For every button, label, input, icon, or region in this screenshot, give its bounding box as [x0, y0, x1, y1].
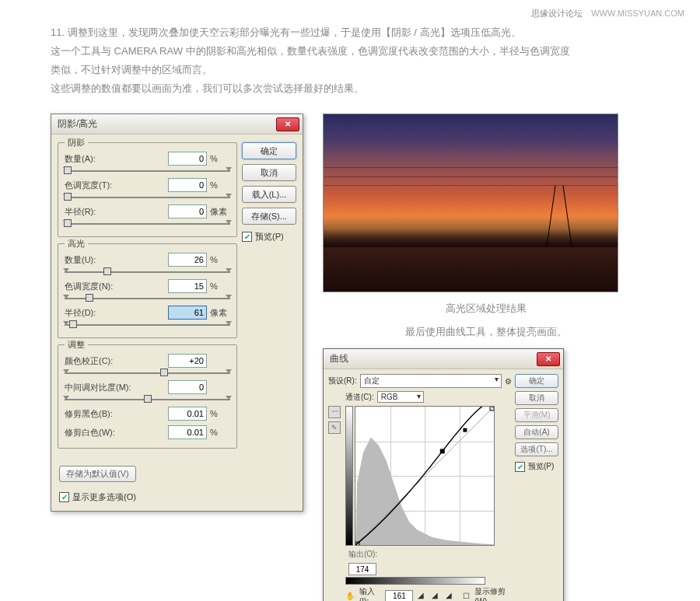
dialog-titlebar[interactable]: 阴影/高光 ✕: [51, 114, 303, 135]
watermark-en: WWW.MISSYUAN.COM: [591, 9, 684, 18]
hl-radius-slider[interactable]: [65, 322, 230, 328]
color-correct-label: 颜色校正(C):: [65, 355, 165, 367]
result-image: [323, 114, 618, 292]
save-defaults-button[interactable]: 存储为默认值(V): [59, 466, 136, 482]
close-icon[interactable]: ✕: [276, 117, 299, 131]
clip-black-label: 修剪黑色(B):: [65, 408, 165, 420]
shadow-tonal-label: 色调宽度(T):: [65, 180, 165, 191]
preview-checkbox[interactable]: ✔预览(P): [242, 231, 296, 243]
input-input[interactable]: [385, 590, 413, 602]
channel-label: 通道(C):: [345, 392, 374, 403]
shadows-fieldset: 阴影 数量(A):% 色调宽度(T):% 半径(R):像素: [58, 142, 237, 237]
shadow-radius-slider[interactable]: [65, 221, 230, 227]
clip-white-label: 修剪白色(W):: [65, 427, 165, 439]
result-caption-2: 最后使用曲线工具，整体提亮画面。: [323, 325, 649, 339]
input-gradient: [345, 577, 485, 585]
watermark-cn: 思缘设计论坛: [531, 9, 583, 18]
hl-radius-input[interactable]: [168, 306, 207, 320]
color-correct-input[interactable]: [168, 354, 207, 368]
ok-button[interactable]: 确定: [242, 142, 296, 159]
hl-amount-label: 数量(U):: [65, 254, 165, 266]
output-input[interactable]: [348, 563, 376, 575]
gear-icon[interactable]: ⚙: [505, 377, 512, 386]
shadow-radius-input[interactable]: [168, 204, 207, 218]
preset-label: 预设(R):: [328, 376, 357, 386]
eyedropper-gray-icon[interactable]: ◢: [432, 591, 441, 602]
channel-select[interactable]: RGB: [377, 391, 424, 403]
show-more-checkbox[interactable]: ✔显示更多选项(O): [59, 491, 136, 503]
show-clip-label[interactable]: 显示修剪(W): [474, 586, 512, 601]
hl-tonal-label: 色调宽度(N):: [65, 281, 165, 292]
pencil-tool-icon[interactable]: ✎: [328, 421, 341, 434]
midtone-label: 中间调对比度(M):: [65, 382, 165, 393]
curves-title: 曲线: [330, 352, 348, 365]
shadow-amount-label: 数量(A):: [65, 153, 165, 165]
clip-black-input[interactable]: [168, 407, 207, 421]
curves-preview-checkbox[interactable]: ✔预览(P): [515, 461, 558, 472]
shadow-tonal-input[interactable]: [168, 178, 207, 192]
hl-amount-input[interactable]: [168, 253, 207, 267]
output-label: 输出(O):: [348, 549, 377, 560]
hl-radius-label: 半径(D):: [65, 307, 165, 319]
watermark: 思缘设计论坛 WWW.MISSYUAN.COM: [531, 8, 684, 19]
save-button[interactable]: 存储(S)...: [242, 208, 296, 225]
curves-cancel-button[interactable]: 取消: [515, 391, 558, 405]
svg-line-1: [355, 407, 494, 545]
input-label: 输入(I):: [359, 586, 380, 601]
midtone-input[interactable]: [168, 380, 207, 394]
load-button[interactable]: 载入(L)...: [242, 186, 296, 203]
color-correct-slider[interactable]: [65, 370, 230, 376]
hl-amount-slider[interactable]: [65, 269, 230, 275]
shadow-tonal-slider[interactable]: [65, 194, 230, 201]
article-text: 11. 调整到这里，发现两次叠加使天空云彩部分曝光有一些过爆，于是使用【阴影 /…: [51, 23, 649, 98]
tower-icon: [548, 185, 571, 247]
shadow-radius-label: 半径(R):: [65, 206, 165, 218]
cancel-button[interactable]: 取消: [242, 164, 296, 181]
curve-tool-icon[interactable]: 〰: [328, 406, 341, 418]
hl-tonal-input[interactable]: [168, 279, 207, 293]
hand-tool-icon[interactable]: ✋: [345, 592, 355, 600]
midtone-slider[interactable]: [65, 397, 230, 403]
eyedropper-black-icon[interactable]: ◢: [418, 591, 427, 602]
eyedropper-white-icon[interactable]: ◢: [446, 591, 455, 602]
clip-white-input[interactable]: [168, 425, 207, 439]
result-caption-1: 高光区域处理结果: [323, 302, 649, 316]
preset-select[interactable]: 自定: [360, 374, 502, 388]
adjust-fieldset: 调整 颜色校正(C): 中间调对比度(M): 修剪黑色(B):% 修剪白色(W)…: [58, 344, 237, 449]
curves-auto-button[interactable]: 自动(A): [515, 425, 558, 439]
adjust-legend: 调整: [65, 339, 88, 351]
dialog-title: 阴影/高光: [58, 117, 97, 131]
curves-ok-button[interactable]: 确定: [515, 374, 558, 388]
curves-graph[interactable]: [355, 406, 495, 546]
hl-tonal-slider[interactable]: [65, 295, 230, 302]
shadow-amount-input[interactable]: [168, 152, 207, 166]
curves-options-button[interactable]: 选项(T)...: [515, 442, 558, 456]
curves-titlebar[interactable]: 曲线 ✕: [324, 349, 563, 369]
shadow-amount-slider[interactable]: [65, 168, 230, 174]
svg-rect-2: [440, 449, 445, 453]
shadows-highlights-dialog: 阴影/高光 ✕ 阴影 数量(A):% 色调宽度(T):% 半径(R):像素: [51, 114, 303, 512]
output-gradient: [345, 406, 353, 546]
curves-smooth-button: 平滑(M): [515, 408, 558, 422]
close-icon[interactable]: ✕: [537, 352, 560, 366]
shadows-legend: 阴影: [65, 137, 88, 149]
curves-dialog: 曲线 ✕ 预设(R): 自定 ⚙ 通道(C): RGB: [323, 348, 564, 601]
highlights-fieldset: 高光 数量(U):% 色调宽度(N):% 半径(D):像素: [58, 243, 237, 338]
highlights-legend: 高光: [65, 238, 88, 250]
svg-rect-3: [463, 428, 467, 432]
